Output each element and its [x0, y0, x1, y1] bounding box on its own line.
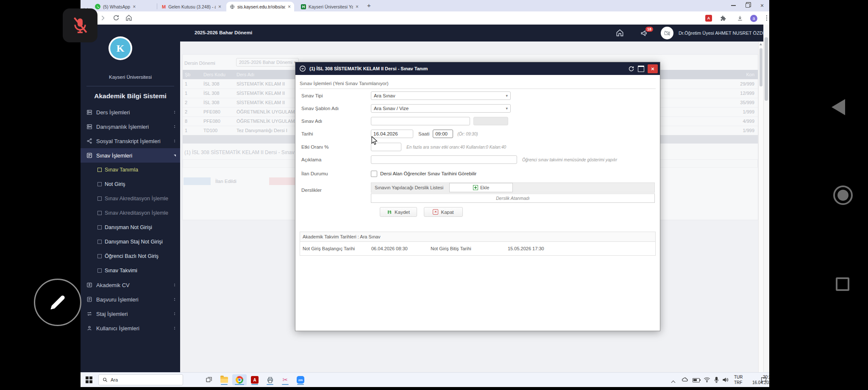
user-avatar[interactable]	[661, 27, 673, 39]
battery-icon[interactable]	[693, 378, 700, 382]
home-icon[interactable]	[125, 14, 133, 22]
profile-avatar[interactable]: a	[750, 15, 758, 22]
not-giris-baslangic-label: Not Giriş Başlangıç Tarihi	[303, 246, 355, 251]
sidebar-subitem-sinav-tanimla[interactable]: Sınav Tanımla	[81, 163, 180, 177]
submenu-dots-icon	[174, 327, 175, 329]
window-restore-button[interactable]	[740, 0, 755, 11]
sidebar-item-akademik-cv[interactable]: Akademik CV	[81, 278, 180, 292]
android-back-button[interactable]	[832, 99, 845, 115]
reload-icon[interactable]	[113, 14, 120, 22]
android-recents-button[interactable]	[836, 277, 849, 291]
sidebar-item-danismanlik-islemleri[interactable]: Danışmanlık İşlemleri	[81, 119, 180, 134]
announcements-icon[interactable]: 18	[640, 29, 648, 37]
active-term-label[interactable]: 2025-2026 Bahar Dönemi	[195, 30, 252, 35]
user-icon	[86, 325, 92, 331]
acrobat-icon[interactable]: A	[248, 374, 262, 385]
aciklama-input[interactable]	[371, 155, 517, 164]
bullet-square-icon	[97, 211, 102, 215]
scrollbar-thumb[interactable]	[765, 37, 768, 101]
selected-course-link[interactable]: (1) İSL 308 SİSTEMATİK KELAM II Dersi - …	[184, 149, 309, 155]
caret-down-icon: ▾	[506, 94, 508, 98]
tab-sis-kayseri-active[interactable]: sis.kayseri.edu.tr/oibs/acd/inde ×	[226, 2, 294, 11]
submenu-dots-icon	[174, 140, 175, 142]
content-scrollbar[interactable]	[758, 41, 763, 373]
window-minimize-button[interactable]	[726, 0, 740, 11]
sinav-tipi-select[interactable]: Ara Sınav▾	[371, 91, 511, 100]
browser-tabstrip: (5) WhatsApp × M Gelen Kutusu (3.248) - …	[81, 0, 769, 11]
wifi-icon[interactable]	[704, 377, 710, 382]
bullet-square-icon	[97, 225, 102, 230]
extensions-puzzle-icon[interactable]	[720, 15, 727, 22]
app-home-icon[interactable]	[616, 29, 624, 37]
language-indicator[interactable]: TURTRF	[734, 375, 743, 385]
sidebar-divider	[86, 86, 174, 86]
tab-kayseri-yardim[interactable]: H Kayseri Üniversitesi Yardım - Ye ×	[298, 2, 362, 11]
modal-close-button[interactable]: ×	[648, 64, 658, 73]
forward-icon[interactable]	[99, 14, 107, 22]
maximize-panel-icon[interactable]	[638, 66, 644, 72]
tab-close-icon[interactable]: ×	[288, 4, 291, 9]
sidebar-item-sinav-islemleri[interactable]: Sınav İşlemleri	[81, 148, 180, 163]
tab-close-icon[interactable]: ×	[356, 4, 359, 9]
sinav-adi-disabled-input	[473, 117, 508, 125]
form-row-etki: Etki Oranı % En fazla ara sınav etki ora…	[301, 142, 655, 152]
sidebar-subitem-danisman-staj-not-girisi[interactable]: Danışman Staj Not Girişi	[81, 235, 180, 249]
tab-whatsapp[interactable]: (5) WhatsApp ×	[92, 2, 155, 11]
collapse-chevron-icon[interactable]	[299, 65, 306, 72]
start-button[interactable]	[86, 376, 92, 383]
sinav-tanim-modal: (1) İSL 308 SİSTEMATİK KELAM II Dersi - …	[295, 62, 660, 331]
android-home-button[interactable]	[833, 185, 853, 205]
scroll-up-arrow-icon[interactable]	[760, 43, 762, 45]
saat-input[interactable]: 09:00	[433, 130, 453, 138]
speaker-icon[interactable]	[722, 377, 729, 383]
sidebar-subitem-sinav-akreditasyon-2[interactable]: Sınav Akreditasyon İşlemle	[81, 206, 180, 220]
term-filter-select[interactable]: 2025-2026 Bahar Dönemi▾	[236, 58, 299, 66]
sinav-adi-input[interactable]	[371, 117, 470, 125]
task-view-icon[interactable]	[202, 374, 216, 385]
ilan-checkbox[interactable]	[371, 171, 377, 177]
zoom-app-icon[interactable]: zm	[293, 374, 308, 385]
sidebar-subitem-ogrenci-bazli-not-giris[interactable]: Öğrenci Bazlı Not Giriş	[81, 249, 180, 263]
sidebar-subitem-danisman-not-girisi[interactable]: Danışman Not Girişi	[81, 220, 180, 235]
microphone-icon[interactable]	[714, 376, 719, 383]
ilan-checkbox-label: Dersi Alan Öğrenciler Sınav Tarihini Gör…	[380, 171, 476, 176]
sidebar-item-kullanici-islemleri[interactable]: Kullanıcı İşlemleri	[81, 321, 180, 335]
browser-menu-kebab-icon[interactable]	[763, 15, 769, 23]
scrollbar-thumb[interactable]	[760, 48, 762, 86]
acrobat-extension-icon[interactable]: A	[705, 15, 713, 22]
file-explorer-icon[interactable]	[217, 374, 231, 385]
saati-label: Saati	[418, 131, 429, 136]
tab-close-icon[interactable]: ×	[218, 4, 221, 9]
sidebar-subitem-not-giris[interactable]: Not Giriş	[81, 177, 180, 191]
browser-scrollbar[interactable]	[763, 25, 769, 373]
window-close-button[interactable]: ×	[755, 0, 769, 11]
kaydet-button[interactable]: Kaydet	[380, 207, 417, 217]
sablon-select[interactable]: Ara Sınav / Vize▾	[371, 104, 511, 113]
new-tab-button[interactable]: +	[367, 2, 371, 9]
annotate-pencil-overlay[interactable]	[34, 279, 81, 326]
ekle-button[interactable]: Ekle	[449, 183, 513, 192]
sidebar-item-ders-islemleri[interactable]: Ders İşlemleri	[81, 105, 180, 119]
mic-muted-overlay[interactable]	[63, 8, 97, 42]
sidebar-item-sosyal-transkript[interactable]: Sosyal Transkript İşlemleri	[81, 134, 180, 148]
taskbar-search-box[interactable]: Ara	[98, 374, 183, 385]
onedrive-cloud-icon[interactable]	[682, 377, 689, 382]
kapat-button[interactable]: × Kapat	[424, 207, 463, 217]
sidebar-item-basvuru-islemleri[interactable]: Başvuru İşlemleri	[81, 292, 180, 307]
tab-close-icon[interactable]: ×	[133, 4, 136, 9]
tab-gmail[interactable]: M Gelen Kutusu (3.248) - ahmetn ×	[159, 2, 225, 11]
shared-desktop-screen: (5) WhatsApp × M Gelen Kutusu (3.248) - …	[81, 0, 769, 387]
tray-chevron-up-icon[interactable]	[672, 378, 675, 386]
chrome-icon[interactable]	[232, 374, 247, 385]
refresh-icon[interactable]	[628, 66, 634, 72]
downloads-icon[interactable]	[737, 15, 744, 22]
derslikler-label: Derslikler	[301, 188, 322, 193]
sidebar-item-staj-islemleri[interactable]: Staj İşlemleri	[81, 307, 180, 321]
user-name[interactable]: Dr.Öğretim Üyesi AHMET NUSRET ÖZDİL	[679, 30, 767, 36]
printer-app-icon[interactable]	[263, 374, 277, 385]
sidebar-subitem-sinav-takvimi[interactable]: Sınav Takvimi	[81, 263, 180, 278]
snipping-tool-icon[interactable]: ✂	[278, 374, 292, 385]
notification-center-icon[interactable]	[760, 376, 767, 383]
sidebar-subitem-sinav-akreditasyon-1[interactable]: Sınav Akreditasyon İşlemle	[81, 191, 180, 206]
stage: (5) WhatsApp × M Gelen Kutusu (3.248) - …	[0, 0, 868, 390]
